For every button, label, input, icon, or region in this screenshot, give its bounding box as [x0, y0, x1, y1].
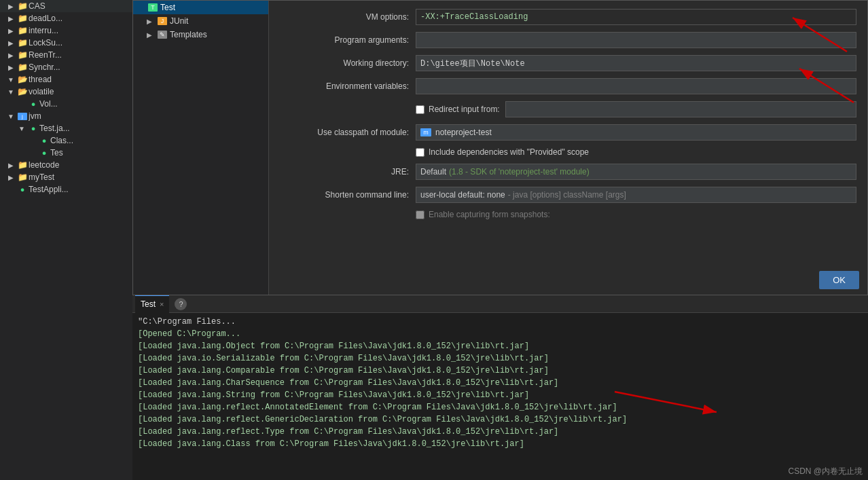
- console-line: [Loaded java.lang.Object from C:\Program…: [138, 340, 863, 352]
- jre-sub: (1.8 - SDK of 'noteproject-test' module): [449, 167, 590, 177]
- enable-checkbox[interactable]: [416, 210, 424, 219]
- arrow-icon: ▼: [5, 113, 16, 120]
- sidebar-item-synchr[interactable]: ▶ 📁 Synchr...: [0, 61, 132, 73]
- module-selector[interactable]: m noteproject-test: [416, 124, 856, 141]
- jre-value: Default: [420, 167, 446, 177]
- sidebar-item-reenti[interactable]: ▶ 📁 ReenTr...: [0, 49, 132, 61]
- module-label: noteproject-test: [435, 128, 492, 137]
- folder-icon: 📁: [16, 160, 29, 170]
- sidebar-item-jvm[interactable]: ▼ j jvm: [0, 110, 132, 122]
- folder-icon: 📁: [16, 26, 29, 35]
- sidebar-item-vol[interactable]: ● Vol...: [0, 98, 132, 110]
- sidebar-item-locksu[interactable]: ▶ 📁 LockSu...: [0, 37, 132, 49]
- sidebar-item-class[interactable]: ● Clas...: [0, 134, 132, 147]
- sidebar-item-label: thread: [29, 75, 52, 84]
- classpath-row: Use classpath of module: m noteproject-t…: [280, 124, 856, 141]
- working-dir-input[interactable]: [416, 55, 856, 71]
- config-item-label: JUnit: [170, 16, 188, 26]
- java-file-icon: ●: [27, 99, 39, 109]
- java-file-icon: ●: [27, 124, 39, 133]
- junit-icon: J: [158, 17, 167, 25]
- sidebar-item-label: leetcode: [29, 160, 59, 170]
- jre-label: JRE:: [280, 167, 416, 177]
- arrow-icon: ▶: [5, 39, 16, 47]
- sidebar-item-label: interru...: [29, 26, 58, 35]
- folder-icon: 📁: [16, 38, 29, 48]
- folder-icon: 📁: [16, 1, 29, 11]
- shorten-label: Shorten command line:: [280, 190, 416, 200]
- java-file-icon: ●: [38, 148, 50, 158]
- test-icon: T: [148, 3, 158, 12]
- include-deps-container: Include dependencies with "Provided" sco…: [416, 147, 856, 157]
- sidebar-item-label: TestAppli...: [29, 185, 69, 194]
- sidebar-item-label: myTest: [29, 172, 54, 182]
- config-item-templates[interactable]: ▶ ✎ Templates: [133, 28, 268, 41]
- ok-button[interactable]: OK: [819, 271, 859, 289]
- arrow-icon: ▼: [5, 88, 16, 96]
- sidebar-item-deadlo[interactable]: ▶ 📁 deadLo...: [0, 12, 132, 24]
- program-args-input[interactable]: [416, 32, 856, 48]
- sidebar: ▶ 📁 CAS ▶ 📁 deadLo... ▶ 📁 interru... ▶ 📁…: [0, 0, 132, 480]
- redirect-checkbox[interactable]: [416, 105, 424, 114]
- console-line: [Loaded java.lang.reflect.GenericDeclara…: [138, 413, 863, 426]
- sidebar-item-testappli[interactable]: ● TestAppli...: [0, 183, 132, 196]
- shorten-row: Shorten command line: user-local default…: [280, 187, 856, 203]
- sidebar-item-label: Test.ja...: [39, 124, 70, 133]
- sidebar-item-leetcode[interactable]: ▶ 📁 leetcode: [0, 159, 132, 171]
- console-tab-label: Test: [141, 299, 156, 309]
- redirect-container: Redirect input from:: [416, 101, 856, 117]
- close-tab-icon[interactable]: ×: [160, 300, 164, 308]
- sidebar-item-testja[interactable]: ▼ ● Test.ja...: [0, 122, 132, 134]
- jre-selector[interactable]: Default (1.8 - SDK of 'noteproject-test'…: [416, 164, 856, 180]
- enable-container: Enable capturing form snapshots:: [416, 210, 856, 219]
- console-line: "C:\Program Files...: [138, 316, 863, 328]
- sidebar-item-label: LockSu...: [29, 38, 62, 48]
- console-tabs: Test × ?: [132, 295, 868, 313]
- console-line: [Loaded java.io.Serializable from C:\Pro…: [138, 352, 863, 365]
- env-vars-row: Environment variables:: [280, 78, 856, 94]
- include-deps-row: Include dependencies with "Provided" sco…: [280, 147, 856, 157]
- redirect-row: Redirect input from:: [280, 101, 856, 117]
- folder-icon: 📁: [16, 50, 29, 60]
- console-line: [Loaded java.lang.Class from C:\Program …: [138, 438, 863, 450]
- template-icon: ✎: [158, 31, 167, 39]
- sidebar-item-cas[interactable]: ▶ 📁 CAS: [0, 0, 132, 12]
- config-item-label: Templates: [170, 30, 207, 39]
- help-icon[interactable]: ?: [175, 298, 187, 310]
- shorten-sub: - java [options] className [args]: [508, 190, 626, 200]
- sidebar-item-tes[interactable]: ● Tes: [0, 147, 132, 159]
- sidebar-item-volatile[interactable]: ▼ 📂 volatile: [0, 86, 132, 98]
- classpath-label: Use classpath of module:: [280, 128, 416, 137]
- env-vars-input[interactable]: [416, 78, 856, 94]
- folder-icon: 📂: [16, 87, 29, 96]
- console-tab-test[interactable]: Test ×: [135, 295, 169, 313]
- console-line: [Loaded java.lang.String from C:\Program…: [138, 389, 863, 401]
- console-body: "C:\Program Files... [Opened C:\Program.…: [132, 313, 868, 480]
- redirect-input[interactable]: [505, 101, 856, 117]
- arrow-icon: ▶: [5, 27, 16, 35]
- program-args-label: Program arguments:: [280, 35, 416, 45]
- config-item-test[interactable]: T Test: [133, 1, 268, 14]
- sidebar-item-thread[interactable]: ▼ 📂 thread: [0, 73, 132, 86]
- arrow-icon: ▶: [5, 162, 16, 169]
- working-dir-row: Working directory:: [280, 55, 856, 71]
- console-line: [Opened C:\Program...: [138, 328, 863, 340]
- sidebar-item-mytest[interactable]: ▶ 📁 myTest: [0, 171, 132, 183]
- enable-row: Enable capturing form snapshots:: [280, 210, 856, 219]
- include-deps-checkbox[interactable]: [416, 148, 424, 157]
- config-item-label: Test: [160, 3, 175, 12]
- working-dir-label: Working directory:: [280, 58, 416, 68]
- sidebar-item-label: jvm: [29, 111, 41, 121]
- vm-options-input[interactable]: [416, 9, 856, 25]
- arrow-icon: ▼: [16, 125, 27, 132]
- shorten-selector[interactable]: user-local default: none - java [options…: [416, 187, 856, 203]
- vm-options-label: VM options:: [280, 12, 416, 22]
- arrow-icon: ▶: [5, 174, 16, 181]
- sidebar-item-label: ReenTr...: [29, 50, 62, 60]
- config-item-junit[interactable]: ▶ J JUnit: [133, 14, 268, 28]
- console-line: [Loaded java.lang.CharSequence from C:\P…: [138, 377, 863, 389]
- console-line: [Loaded java.lang.Comparable from C:\Pro…: [138, 365, 863, 377]
- sidebar-item-interru[interactable]: ▶ 📁 interru...: [0, 24, 132, 37]
- vm-options-row: VM options:: [280, 9, 856, 25]
- folder-icon: 📁: [16, 172, 29, 182]
